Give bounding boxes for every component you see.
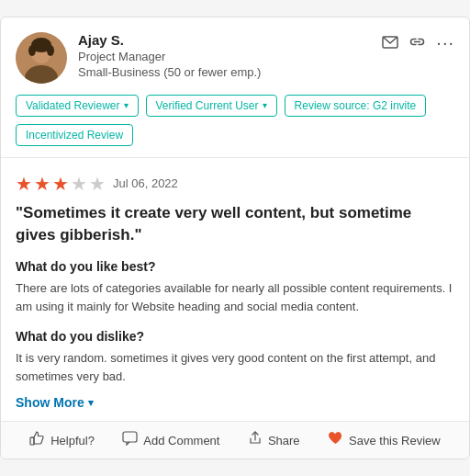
tag-validated-reviewer[interactable]: Validated Reviewer ▾	[16, 95, 139, 117]
star-2: ★	[34, 173, 50, 195]
more-icon[interactable]: ···	[436, 32, 454, 53]
show-more-label: Show More	[16, 395, 84, 410]
tag-arrow-icon: ▾	[263, 100, 267, 110]
share-label: Share	[268, 434, 300, 448]
add-comment-button[interactable]: Add Comment	[122, 431, 219, 449]
tags-container: Validated Reviewer ▾ Verified Current Us…	[16, 95, 454, 146]
tag-label: Validated Reviewer	[26, 99, 120, 112]
show-more-arrow-icon: ▾	[88, 397, 94, 409]
answer-1: There are lots of categories available f…	[16, 279, 454, 316]
share-icon	[248, 431, 263, 449]
user-details: Ajay S. Project Manager Small-Business (…	[78, 32, 261, 79]
avatar	[16, 32, 67, 84]
user-info: Ajay S. Project Manager Small-Business (…	[16, 32, 261, 84]
rating-row: ★ ★ ★ ★ ★ Jul 06, 2022	[16, 173, 454, 195]
user-role: Project Manager	[78, 50, 261, 63]
svg-point-6	[47, 45, 54, 56]
user-company: Small-Business (50 or fewer emp.)	[78, 65, 261, 79]
footer-actions: Helpful? Add Comment Share	[1, 422, 469, 459]
tag-incentivized[interactable]: Incentivized Review	[16, 124, 133, 146]
tag-arrow-icon: ▾	[124, 100, 129, 110]
heart-icon	[328, 431, 343, 449]
show-more-link[interactable]: Show More ▾	[16, 395, 454, 410]
tag-verified-user[interactable]: Verified Current User ▾	[146, 95, 277, 117]
star-5: ★	[89, 173, 106, 195]
review-body: ★ ★ ★ ★ ★ Jul 06, 2022 "Sometimes it cre…	[1, 158, 469, 422]
tag-label: Incentivized Review	[26, 129, 123, 142]
star-3: ★	[52, 173, 69, 195]
answer-2: It is very random. sometimes it gives ve…	[16, 349, 454, 386]
comment-icon	[122, 431, 138, 449]
svg-point-5	[28, 45, 36, 56]
review-title: "Sometimes it create very well content, …	[16, 202, 454, 246]
helpful-button[interactable]: Helpful?	[29, 431, 95, 449]
header-top: Ajay S. Project Manager Small-Business (…	[16, 32, 454, 84]
email-icon[interactable]	[382, 36, 398, 49]
svg-rect-11	[123, 432, 137, 442]
link-icon[interactable]	[409, 35, 425, 51]
review-date: Jul 06, 2022	[113, 176, 178, 190]
tag-label: Verified Current User	[156, 99, 259, 112]
save-review-button[interactable]: Save this Review	[328, 431, 441, 449]
star-rating: ★ ★ ★ ★ ★	[16, 173, 106, 195]
tag-review-source[interactable]: Review source: G2 invite	[285, 95, 427, 117]
helpful-label: Helpful?	[50, 434, 95, 448]
star-4: ★	[71, 173, 87, 195]
helpful-icon	[29, 431, 45, 449]
header-actions: ···	[382, 32, 454, 53]
tag-label: Review source: G2 invite	[295, 99, 417, 112]
svg-rect-10	[30, 437, 34, 445]
question-1: What do you like best?	[16, 259, 454, 274]
review-card: Ajay S. Project Manager Small-Business (…	[0, 17, 470, 459]
save-label: Save this Review	[349, 434, 441, 448]
user-name: Ajay S.	[78, 32, 261, 48]
question-2: What do you dislike?	[16, 329, 454, 344]
add-comment-label: Add Comment	[143, 434, 219, 448]
share-button[interactable]: Share	[248, 431, 300, 449]
review-header: Ajay S. Project Manager Small-Business (…	[1, 17, 469, 158]
star-1: ★	[16, 173, 32, 195]
